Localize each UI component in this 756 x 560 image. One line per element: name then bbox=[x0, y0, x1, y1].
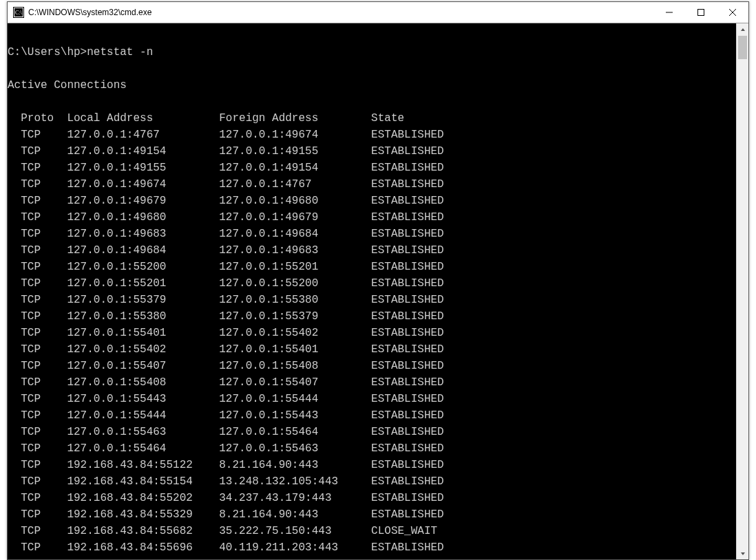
titlebar[interactable]: C:\ C:\WINDOWS\system32\cmd.exe bbox=[8, 2, 748, 23]
console-output[interactable]: C:\Users\hp>netstat -n Active Connection… bbox=[8, 23, 736, 559]
svg-marker-8 bbox=[741, 28, 745, 31]
close-button[interactable] bbox=[717, 2, 748, 23]
vertical-scrollbar[interactable] bbox=[736, 23, 748, 559]
scroll-up-arrow-icon[interactable] bbox=[737, 23, 748, 35]
minimize-button[interactable] bbox=[653, 2, 685, 23]
maximize-button[interactable] bbox=[685, 2, 717, 23]
scroll-down-arrow-icon[interactable] bbox=[737, 548, 748, 559]
cmd-icon: C:\ bbox=[13, 7, 24, 18]
svg-rect-5 bbox=[698, 10, 704, 16]
scroll-thumb[interactable] bbox=[738, 36, 747, 59]
console-area: C:\Users\hp>netstat -n Active Connection… bbox=[8, 23, 748, 559]
svg-marker-9 bbox=[741, 552, 745, 555]
cmd-window: C:\ C:\WINDOWS\system32\cmd.exe C:\Users… bbox=[7, 1, 749, 560]
window-title: C:\WINDOWS\system32\cmd.exe bbox=[28, 8, 151, 17]
svg-text:C:\: C:\ bbox=[15, 10, 23, 16]
